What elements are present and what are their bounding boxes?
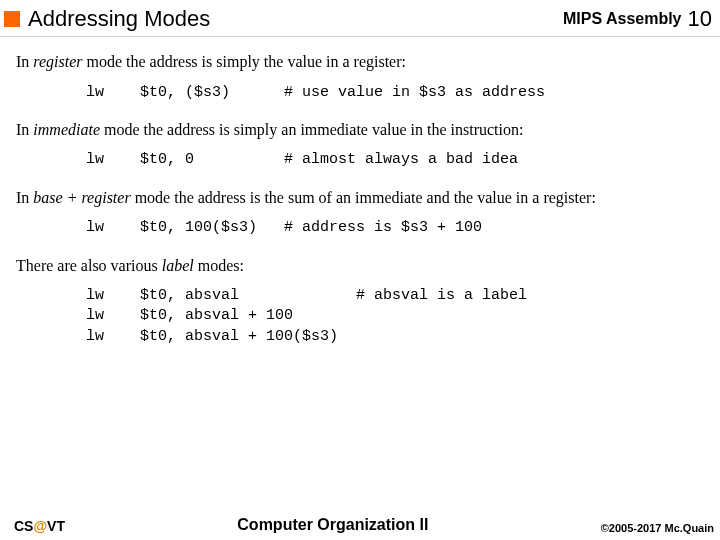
course-title: Computer Organization II (65, 516, 601, 534)
text: In (16, 189, 33, 206)
label-mode-code: lw $t0, absval # absval is a label lw $t… (86, 286, 706, 347)
copyright-text: ©2005-2017 Mc.Quain (601, 522, 714, 534)
base-register-mode-code: lw $t0, 100($s3) # address is $s3 + 100 (86, 218, 706, 238)
cs-text: CS (14, 518, 33, 534)
text: In (16, 121, 33, 138)
register-mode-code: lw $t0, ($s3) # use value in $s3 as addr… (86, 83, 706, 103)
immediate-mode-code: lw $t0, 0 # almost always a bad idea (86, 150, 706, 170)
subject-label: MIPS Assembly (563, 10, 682, 28)
bullet-icon (4, 11, 20, 27)
slide-body: In register mode the address is simply t… (0, 37, 720, 347)
immediate-mode-text: In immediate mode the address is simply … (16, 119, 706, 141)
mode-name: label (162, 257, 194, 274)
vt-text: VT (47, 518, 65, 534)
text: In (16, 53, 33, 70)
slide-title: Addressing Modes (28, 6, 563, 32)
text: There are also various (16, 257, 162, 274)
base-register-mode-text: In base + register mode the address is t… (16, 187, 706, 209)
text: mode the address is simply the value in … (83, 53, 406, 70)
mode-name: immediate (33, 121, 100, 138)
register-mode-text: In register mode the address is simply t… (16, 51, 706, 73)
slide-header: Addressing Modes MIPS Assembly 10 (0, 0, 720, 37)
label-mode-text: There are also various label modes: (16, 255, 706, 277)
org-label: CS@VT (14, 518, 65, 534)
mode-name: base + register (33, 189, 130, 206)
mode-name: register (33, 53, 82, 70)
at-text: @ (33, 518, 47, 534)
text: mode the address is the sum of an immedi… (131, 189, 596, 206)
text: modes: (194, 257, 244, 274)
text: mode the address is simply an immediate … (100, 121, 523, 138)
slide-footer: CS@VT Computer Organization II ©2005-201… (0, 516, 720, 534)
page-number: 10 (688, 6, 712, 32)
